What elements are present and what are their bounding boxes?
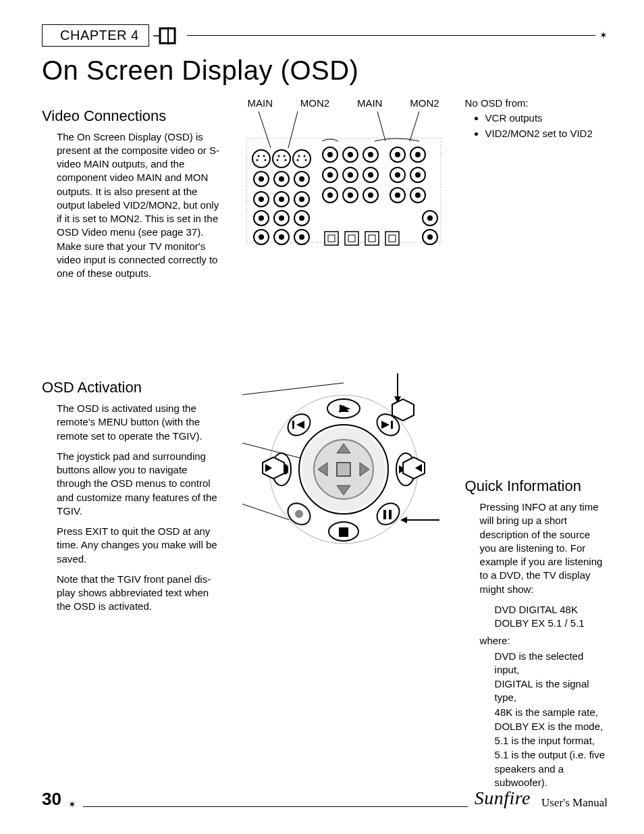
svg-rect-83	[365, 232, 379, 245]
svg-rect-129	[383, 510, 386, 519]
svg-point-72	[279, 215, 284, 221]
no-osd-heading: No OSD from:	[465, 97, 608, 110]
label-mon2-2: MON2	[410, 97, 439, 110]
label-mon2-1: MON2	[300, 97, 329, 110]
svg-point-79	[427, 215, 433, 221]
no-osd-item: VID2/MON2 set to VID2	[485, 127, 608, 140]
section-video-connections: Video Connections	[42, 106, 222, 126]
svg-point-38	[327, 152, 333, 157]
qi-line: DOLBY EX is the mode,	[495, 720, 608, 733]
svg-point-68	[259, 197, 264, 202]
svg-rect-124	[292, 421, 294, 429]
svg-rect-104	[337, 463, 350, 476]
svg-point-73	[299, 215, 304, 221]
rear-panel-diagram	[242, 111, 445, 267]
svg-point-46	[395, 172, 400, 178]
svg-line-5	[377, 111, 385, 141]
svg-point-51	[395, 192, 400, 198]
page-number: 30	[42, 787, 61, 811]
svg-rect-115	[339, 527, 348, 537]
svg-point-17	[276, 159, 278, 161]
svg-line-6	[410, 111, 419, 141]
svg-point-44	[348, 172, 353, 178]
svg-point-8	[252, 150, 270, 167]
svg-point-12	[263, 155, 265, 157]
svg-point-11	[257, 155, 259, 157]
svg-point-15	[277, 155, 279, 157]
page-title: On Screen Display (OSD)	[42, 52, 608, 88]
svg-point-74	[259, 234, 264, 240]
svg-rect-82	[345, 232, 358, 245]
label-main-2: MAIN	[357, 97, 383, 110]
svg-point-16	[283, 155, 285, 157]
svg-point-47	[415, 172, 421, 178]
svg-point-71	[259, 215, 264, 221]
svg-point-10	[293, 150, 311, 167]
svg-point-80	[427, 234, 433, 240]
svg-point-48	[327, 192, 333, 198]
svg-rect-81	[325, 232, 338, 245]
svg-point-18	[284, 159, 286, 161]
svg-rect-84	[385, 232, 399, 245]
header-rule	[187, 35, 595, 36]
svg-point-45	[368, 172, 373, 178]
svg-point-50	[368, 192, 373, 198]
svg-point-112	[373, 499, 404, 529]
svg-point-20	[303, 155, 305, 157]
svg-rect-130	[389, 510, 392, 519]
osd-act-p3: Press EXIT to quit the OSD at any time. …	[42, 525, 222, 566]
svg-point-52	[415, 192, 421, 198]
quick-info-example: DVD DIGITAL 48K DOLBY EX 5.1 / 5.1	[465, 603, 608, 631]
no-osd-item: VCR outputs	[485, 111, 608, 125]
svg-point-19	[298, 155, 300, 157]
quick-info-list: DVD is the selected input, DIGITAL is th…	[465, 650, 608, 790]
svg-point-9	[273, 150, 290, 167]
no-osd-list: VCR outputs VID2/MON2 set to VID2	[465, 111, 608, 140]
svg-point-70	[299, 197, 304, 202]
svg-marker-95	[400, 517, 407, 523]
svg-point-49	[348, 192, 353, 198]
qi-line: 5.1 is the input format,	[495, 734, 608, 748]
svg-line-3	[259, 111, 271, 148]
chapter-header: CHAPTER 4 ✶	[42, 24, 608, 47]
qi-line: DVD is the selected input,	[495, 650, 608, 677]
svg-point-43	[327, 172, 333, 178]
svg-point-22	[304, 159, 306, 161]
svg-point-76	[299, 234, 304, 240]
osd-act-p1: The OSD is activated using the remote's …	[42, 402, 222, 443]
osd-act-p2: The joystick pad and surround­ing button…	[42, 450, 222, 518]
quick-info-body: Pressing INFO at any time will bring up …	[465, 500, 608, 596]
page-footer: 30 ✶ Sunfire User's Manual	[42, 785, 608, 811]
star-icon: ✶	[599, 29, 608, 42]
svg-point-14	[264, 159, 266, 161]
section-osd-activation: OSD Activation	[42, 377, 222, 398]
svg-point-65	[259, 176, 264, 182]
diagram-labels: MAIN MON2 MAIN MON2	[242, 97, 445, 110]
svg-point-128	[295, 510, 303, 518]
manual-label: User's Manual	[541, 796, 608, 811]
example-line: DVD DIGITAL 48K	[495, 603, 608, 617]
svg-point-67	[299, 176, 304, 182]
svg-rect-127	[391, 421, 393, 429]
svg-point-66	[279, 176, 284, 182]
qi-line: 48K is the sample rate,	[495, 706, 608, 719]
svg-marker-131	[392, 399, 414, 421]
svg-point-42	[415, 152, 421, 157]
svg-point-13	[256, 159, 258, 161]
svg-line-4	[288, 111, 298, 148]
quick-info-where: where:	[465, 634, 608, 648]
chapter-label: CHAPTER 4	[42, 24, 149, 47]
osd-act-p4: Note that the TGIV front panel dis­play …	[42, 573, 222, 614]
svg-point-39	[348, 152, 353, 157]
svg-point-69	[279, 197, 284, 202]
svg-point-75	[279, 234, 284, 240]
label-main-1: MAIN	[248, 97, 273, 110]
video-connections-body: The On Screen Display (OSD) is present a…	[42, 130, 222, 281]
remote-control-diagram	[242, 368, 445, 544]
svg-point-21	[296, 159, 298, 161]
section-quick-info: Quick Information	[465, 476, 608, 496]
brand-name: Sunfire	[475, 785, 531, 811]
footer-rule	[83, 806, 468, 807]
svg-point-40	[368, 152, 373, 157]
example-line: DOLBY EX 5.1 / 5.1	[495, 617, 608, 630]
